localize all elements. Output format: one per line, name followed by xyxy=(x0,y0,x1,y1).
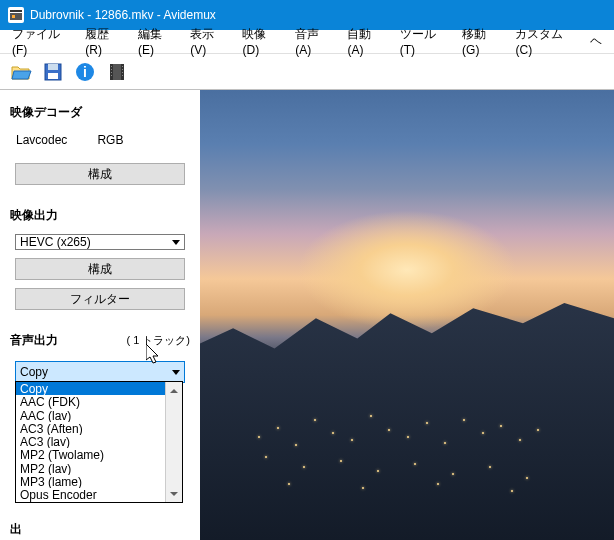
list-item[interactable]: Opus Encoder xyxy=(16,488,165,501)
decoder-row: Lavcodec RGB xyxy=(10,129,190,157)
menu-auto[interactable]: 自動(A) xyxy=(339,23,391,60)
menu-tools[interactable]: ツール(T) xyxy=(392,23,454,60)
audio-output-header: 音声出力 ( 1 トラック) xyxy=(10,326,190,353)
open-icon[interactable] xyxy=(8,59,34,85)
svg-rect-18 xyxy=(122,72,123,73)
svg-rect-3 xyxy=(12,15,15,18)
menu-edit[interactable]: 編集(E) xyxy=(130,23,182,60)
film-icon[interactable] xyxy=(104,59,130,85)
audio-output-value: Copy xyxy=(20,365,48,379)
svg-rect-19 xyxy=(122,75,123,76)
audio-tracks-count: ( 1 トラック) xyxy=(126,333,190,348)
svg-rect-12 xyxy=(111,66,112,67)
list-item[interactable]: MP2 (Twolame) xyxy=(16,448,165,461)
content: 映像デコーダ Lavcodec RGB 構成 映像出力 HEVC (x265) … xyxy=(0,90,614,540)
list-item[interactable]: MP3 (lame) xyxy=(16,475,165,488)
title-text: Dubrovnik - 12866.mkv - Avidemux xyxy=(30,8,216,22)
menu-custom[interactable]: カスタム(C) xyxy=(507,23,582,60)
chevron-down-icon xyxy=(172,240,180,245)
scroll-track[interactable] xyxy=(166,399,182,485)
list-item[interactable]: AAC (lav) xyxy=(16,409,165,422)
app-icon xyxy=(8,7,24,23)
audio-output-options: Copy AAC (FDK) AAC (lav) AC3 (Aften) AC3… xyxy=(15,381,183,503)
arrow-up-icon xyxy=(170,389,178,393)
svg-rect-1 xyxy=(10,10,22,12)
decoder-configure-button[interactable]: 構成 xyxy=(15,163,185,185)
list-item[interactable]: AC3 (lav) xyxy=(16,435,165,448)
output-format-label: 出 xyxy=(10,521,22,538)
menu-view[interactable]: 表示(V) xyxy=(182,23,234,60)
scroll-up-button[interactable] xyxy=(166,382,182,399)
audio-output-label: 音声出力 xyxy=(10,332,58,349)
audio-output-dropdown: Copy Copy AAC (FDK) AAC (lav) AC3 (Aften… xyxy=(15,359,185,385)
info-icon[interactable]: i xyxy=(72,59,98,85)
svg-rect-17 xyxy=(122,69,123,70)
video-configure-button[interactable]: 構成 xyxy=(15,258,185,280)
list-item[interactable]: Copy xyxy=(16,382,165,395)
menu-help[interactable]: ヘ xyxy=(582,30,610,53)
video-output-value: HEVC (x265) xyxy=(20,235,91,249)
video-filters-button[interactable]: フィルター xyxy=(15,288,185,310)
svg-rect-6 xyxy=(48,73,58,79)
svg-rect-5 xyxy=(48,64,58,70)
menu-video[interactable]: 映像(D) xyxy=(234,23,287,60)
svg-rect-14 xyxy=(111,72,112,73)
svg-rect-15 xyxy=(111,75,112,76)
chevron-down-icon xyxy=(172,370,180,375)
decoder-codec: Lavcodec xyxy=(16,133,67,147)
list-item[interactable]: AC3 (Aften) xyxy=(16,422,165,435)
menubar: ファイル(F) 履歴(R) 編集(E) 表示(V) 映像(D) 音声(A) 自動… xyxy=(0,30,614,54)
menu-audio[interactable]: 音声(A) xyxy=(287,23,339,60)
output-format-row: 出 xyxy=(10,521,190,538)
decoder-label: 映像デコーダ xyxy=(10,98,190,125)
list-item[interactable]: MP2 (lav) xyxy=(16,462,165,475)
audio-output-select[interactable]: Copy xyxy=(15,361,185,383)
save-icon[interactable] xyxy=(40,59,66,85)
menu-file[interactable]: ファイル(F) xyxy=(4,23,77,60)
scrollbar[interactable] xyxy=(165,382,182,502)
svg-rect-2 xyxy=(10,13,22,20)
svg-rect-13 xyxy=(111,69,112,70)
svg-text:i: i xyxy=(83,64,87,80)
menu-history[interactable]: 履歴(R) xyxy=(77,23,130,60)
svg-rect-16 xyxy=(122,66,123,67)
video-output-select[interactable]: HEVC (x265) xyxy=(15,234,185,250)
menu-move[interactable]: 移動(G) xyxy=(454,23,507,60)
video-preview xyxy=(200,90,614,540)
decoder-mode: RGB xyxy=(97,133,123,147)
list-item[interactable]: AAC (FDK) xyxy=(16,395,165,408)
sidebar: 映像デコーダ Lavcodec RGB 構成 映像出力 HEVC (x265) … xyxy=(0,90,200,540)
video-output-label: 映像出力 xyxy=(10,201,190,228)
arrow-down-icon xyxy=(170,492,178,496)
scroll-down-button[interactable] xyxy=(166,485,182,502)
